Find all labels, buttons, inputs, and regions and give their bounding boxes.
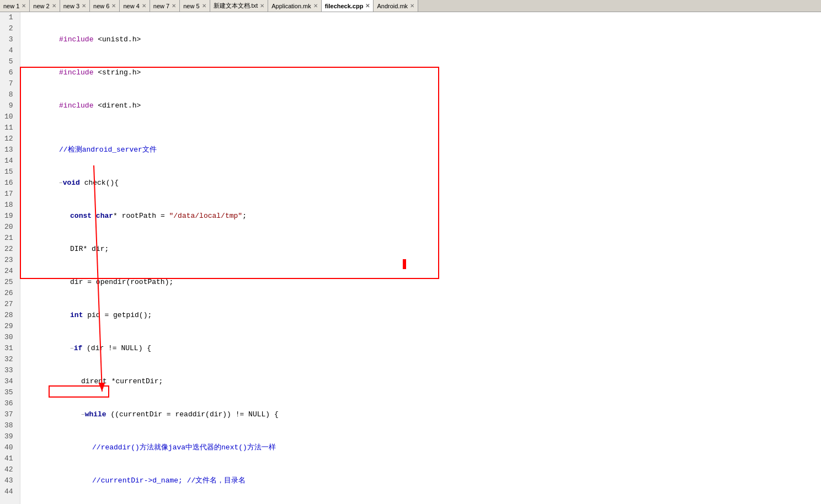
ln-13: 13: [4, 144, 15, 156]
ln-16: 16: [4, 178, 15, 189]
ln-39: 39: [4, 431, 15, 442]
tab-new4[interactable]: new 4 ✕: [120, 0, 150, 12]
code-container: 1 2 3 4 5 6 7 8 9 10 11 12 13 14 15 16 1…: [0, 12, 821, 504]
tab-appmk[interactable]: Application.mk ✕: [268, 0, 322, 12]
ln-19: 19: [4, 211, 15, 222]
code-line-11: int pid = getpid();: [25, 299, 821, 332]
ln-15: 15: [4, 167, 15, 178]
code-line-6: //检测android_server文件: [25, 133, 821, 167]
code-line-4: #include <dirent.h>: [25, 89, 821, 122]
code-line-1: [25, 12, 821, 23]
code-content[interactable]: #include <unistd.h> #include <string.h> …: [20, 12, 821, 504]
tab-new3[interactable]: new 3 ✕: [60, 0, 90, 12]
ln-42: 42: [4, 464, 15, 475]
tab-new2-close[interactable]: ✕: [52, 3, 56, 9]
ln-43: 43: [4, 475, 15, 486]
code-line-16: //currentDir->d_name; //文件名，目录名: [25, 464, 821, 497]
code-line-10: dir = opendir(rootPath);: [25, 266, 821, 299]
ln-14: 14: [4, 156, 15, 167]
tab-androidmk-label: Android.mk: [377, 3, 408, 9]
tab-androidmk-close[interactable]: ✕: [410, 3, 414, 9]
ln-34: 34: [4, 376, 15, 387]
ln-30: 30: [4, 332, 15, 343]
ln-2: 2: [4, 23, 15, 34]
ln-10: 10: [4, 111, 15, 122]
ln-22: 22: [4, 244, 15, 255]
tab-txt-label: 新建文本文档.txt: [214, 2, 258, 10]
ln-23: 23: [4, 255, 15, 266]
tab-new6-label: new 6: [93, 3, 109, 9]
tab-txt[interactable]: 新建文本文档.txt ✕: [210, 0, 269, 12]
tab-new2-label: new 2: [33, 3, 49, 9]
code-line-7: −void check(){: [25, 167, 821, 200]
ln-11: 11: [4, 122, 15, 133]
code-line-3: #include <string.h>: [25, 56, 821, 89]
code-line-2: #include <unistd.h>: [25, 23, 821, 56]
tab-filecheck-close[interactable]: ✕: [365, 3, 370, 9]
tab-appmk-close[interactable]: ✕: [313, 3, 318, 9]
ln-7: 7: [4, 78, 15, 89]
ln-1: 1: [4, 12, 15, 23]
tab-filecheck-label: filecheck.cpp: [325, 3, 364, 9]
ln-17: 17: [4, 189, 15, 200]
ln-38: 38: [4, 420, 15, 431]
ln-28: 28: [4, 310, 15, 321]
ln-44: 44: [4, 486, 15, 497]
tab-new7[interactable]: new 7 ✕: [150, 0, 180, 12]
tab-new6-close[interactable]: ✕: [111, 3, 116, 9]
tab-new1-label: new 1: [3, 3, 19, 9]
tab-new2[interactable]: new 2 ✕: [30, 0, 60, 12]
tab-new5[interactable]: new 5 ✕: [180, 0, 210, 12]
tab-new4-close[interactable]: ✕: [142, 3, 146, 9]
code-line-5: [25, 122, 821, 133]
ln-35: 35: [4, 387, 15, 398]
ln-9: 9: [4, 100, 15, 111]
editor-area: 1 2 3 4 5 6 7 8 9 10 11 12 13 14 15 16 1…: [0, 12, 821, 504]
ln-26: 26: [4, 288, 15, 299]
ln-31: 31: [4, 343, 15, 354]
ln-36: 36: [4, 398, 15, 409]
red-cursor-marker: [403, 259, 406, 269]
ln-5: 5: [4, 56, 15, 67]
code-line-8: const char* rootPath = "/data/local/tmp"…: [25, 200, 821, 233]
ln-40: 40: [4, 442, 15, 453]
code-line-14: −while ((currentDir = readdir(dir)) != N…: [25, 398, 821, 431]
ln-37: 37: [4, 409, 15, 420]
tab-appmk-label: Application.mk: [271, 3, 311, 9]
tab-new7-close[interactable]: ✕: [172, 3, 176, 9]
code-line-12: −if (dir != NULL) {: [25, 332, 821, 365]
ln-24: 24: [4, 266, 15, 277]
ln-4: 4: [4, 45, 15, 56]
ln-25: 25: [4, 277, 15, 288]
tab-new7-label: new 7: [153, 3, 169, 9]
tab-new4-label: new 4: [123, 3, 139, 9]
tab-new3-label: new 3: [63, 3, 79, 9]
ln-27: 27: [4, 299, 15, 310]
tab-filecheck[interactable]: filecheck.cpp ✕: [322, 0, 374, 12]
code-line-17: //currentDir->d_type; //类型，是目录还是文件啥的: [25, 497, 821, 504]
tab-bar[interactable]: new 1 ✕ new 2 ✕ new 3 ✕ new 6 ✕ new 4 ✕ …: [0, 0, 821, 12]
tab-txt-close[interactable]: ✕: [260, 3, 264, 9]
line-numbers: 1 2 3 4 5 6 7 8 9 10 11 12 13 14 15 16 1…: [0, 12, 20, 504]
ln-32: 32: [4, 354, 15, 365]
ln-21: 21: [4, 233, 15, 244]
tab-androidmk[interactable]: Android.mk ✕: [374, 0, 418, 12]
ln-3: 3: [4, 34, 15, 45]
code-line-9: DIR* dir;: [25, 233, 821, 266]
ln-12: 12: [4, 133, 15, 144]
ln-41: 41: [4, 453, 15, 464]
ln-6: 6: [4, 67, 15, 78]
code-line-15: //readdir()方法就像java中迭代器的next()方法一样: [25, 431, 821, 464]
ln-33: 33: [4, 365, 15, 376]
tab-new3-close[interactable]: ✕: [82, 3, 86, 9]
code-line-13: dirent *currentDir;: [25, 365, 821, 398]
tab-new5-close[interactable]: ✕: [202, 3, 206, 9]
tab-new1[interactable]: new 1 ✕: [0, 0, 30, 12]
ln-18: 18: [4, 200, 15, 211]
tab-new5-label: new 5: [183, 3, 199, 9]
tab-new1-close[interactable]: ✕: [22, 3, 26, 9]
ln-20: 20: [4, 222, 15, 233]
tab-new6[interactable]: new 6 ✕: [90, 0, 120, 12]
ln-29: 29: [4, 321, 15, 332]
ln-8: 8: [4, 89, 15, 100]
